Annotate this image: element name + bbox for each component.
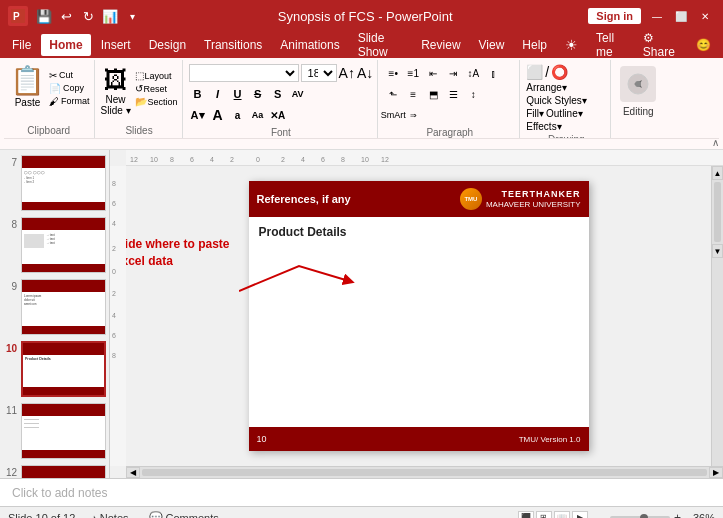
slide-body[interactable]: Product Details: [249, 217, 589, 253]
font-size-select[interactable]: 18: [301, 64, 337, 82]
layout-button[interactable]: ⬚ Layout: [135, 70, 178, 81]
horizontal-scrollbar[interactable]: ◀ ▶: [126, 466, 723, 478]
bullet-list-button[interactable]: ≡•: [384, 64, 402, 82]
menu-animations[interactable]: Animations: [272, 34, 347, 56]
font-name-select[interactable]: [189, 64, 299, 82]
menu-transitions[interactable]: Transitions: [196, 34, 270, 56]
close-button[interactable]: ✕: [695, 8, 715, 24]
underline-button[interactable]: U: [229, 85, 247, 103]
shape-rect-button[interactable]: ⬜: [526, 64, 543, 80]
notes-area[interactable]: Click to add notes: [0, 478, 723, 506]
align-right-button[interactable]: ⬒: [424, 85, 442, 103]
save-icon[interactable]: 💾: [34, 6, 54, 26]
scroll-up-button[interactable]: ▲: [712, 166, 723, 180]
normal-view-button[interactable]: ⬛: [518, 511, 534, 519]
textshadow-button[interactable]: S: [269, 85, 287, 103]
zoom-out-icon[interactable]: —: [594, 511, 606, 519]
notes-tab[interactable]: ♪ Notes: [87, 511, 132, 519]
menu-help[interactable]: Help: [514, 34, 555, 56]
minimize-button[interactable]: —: [647, 8, 667, 24]
shape-outline-button[interactable]: Outline▾: [546, 108, 583, 119]
zoom-in-icon[interactable]: +: [674, 511, 681, 519]
charspacing-button[interactable]: AV: [289, 85, 307, 103]
menu-view[interactable]: View: [471, 34, 513, 56]
scroll-left-button[interactable]: ◀: [126, 467, 140, 478]
fontsize-large-button[interactable]: A: [209, 106, 227, 124]
menu-file[interactable]: File: [4, 34, 39, 56]
undo-icon[interactable]: ↩: [56, 6, 76, 26]
text-direction-button[interactable]: ↕A: [464, 64, 482, 82]
ribbon-collapse-button[interactable]: ∧: [712, 137, 719, 148]
slide-thumb-12[interactable]: 12: [2, 464, 107, 478]
menu-insert[interactable]: Insert: [93, 34, 139, 56]
view-icons: ⬛ ⊞ 📖 ▶: [518, 511, 588, 519]
bold-button[interactable]: B: [189, 85, 207, 103]
section-button[interactable]: 📂 Section: [135, 96, 178, 107]
decrease-indent-button[interactable]: ⇤: [424, 64, 442, 82]
strikethrough-button[interactable]: S: [249, 85, 267, 103]
format-painter-button[interactable]: 🖌 Format: [49, 96, 90, 107]
reset-button[interactable]: ↺ Reset: [135, 83, 178, 94]
svg-text:6: 6: [190, 156, 194, 163]
ruler-vertical: 8 6 4 2 0 2 4 6 8: [110, 166, 126, 466]
paste-button[interactable]: 📋 Paste: [8, 62, 47, 110]
linespacing-button[interactable]: ↕: [464, 85, 482, 103]
align-center-button[interactable]: ≡: [404, 85, 422, 103]
svg-text:2: 2: [112, 245, 116, 252]
title-text: Synopsis of FCS - PowerPoint: [278, 9, 453, 24]
menu-lightbulb[interactable]: ☀: [557, 34, 586, 56]
shape-fill-button[interactable]: Fill▾: [526, 108, 544, 119]
fontsize-small-button[interactable]: a: [229, 106, 247, 124]
shape-line-button[interactable]: /: [545, 64, 549, 80]
slide-thumb-11[interactable]: 11 ———————————————: [2, 402, 107, 460]
svg-text:0: 0: [112, 268, 116, 275]
slide-thumb-9[interactable]: 9 Lorem ipsumdolor sitamet con: [2, 278, 107, 336]
reading-view-button[interactable]: 📖: [554, 511, 570, 519]
menu-share[interactable]: ⚙ Share: [635, 34, 686, 56]
more-icon[interactable]: ▾: [122, 6, 142, 26]
increase-font-button[interactable]: A↑: [339, 65, 355, 81]
scroll-h-thumb[interactable]: [142, 469, 707, 476]
comments-tab[interactable]: 💬 Comments: [145, 510, 223, 518]
menu-emoji[interactable]: 😊: [688, 34, 719, 56]
slide-thumb-10[interactable]: 10 Product Details: [2, 340, 107, 398]
menu-home[interactable]: Home: [41, 34, 90, 56]
vertical-scrollbar[interactable]: ▲ ▼: [711, 166, 723, 466]
scroll-thumb[interactable]: [714, 182, 721, 242]
justify-button[interactable]: ☰: [444, 85, 462, 103]
case-button[interactable]: Aa: [249, 106, 267, 124]
columns-button[interactable]: ⫿: [484, 64, 502, 82]
menu-slideshow[interactable]: Slide Show: [350, 34, 412, 56]
scroll-right-button[interactable]: ▶: [709, 467, 723, 478]
menu-tell-me[interactable]: Tell me: [588, 34, 633, 56]
slide-sorter-button[interactable]: ⊞: [536, 511, 552, 519]
decrease-font-button[interactable]: A↓: [357, 65, 373, 81]
clear-format-button[interactable]: ✕A: [269, 106, 287, 124]
number-list-button[interactable]: ≡1: [404, 64, 422, 82]
annotation-text: Slide where to paste Excel data: [126, 236, 239, 270]
font-color-button[interactable]: A▾: [189, 106, 207, 124]
arrange-button[interactable]: Arrange▾: [526, 82, 567, 93]
slide-editor-main: Slide where to paste Excel data: [126, 166, 711, 466]
sign-in-button[interactable]: Sign in: [588, 8, 641, 24]
restore-button[interactable]: ⬜: [671, 8, 691, 24]
shape-effects-button[interactable]: Effects▾: [526, 121, 561, 132]
smartart-button[interactable]: SmArt: [384, 106, 402, 124]
new-slide-button[interactable]: 🖼 New Slide ▾: [101, 66, 131, 116]
shape-oval-button[interactable]: ⭕: [551, 64, 568, 80]
redo-icon[interactable]: ↻: [78, 6, 98, 26]
convert-button[interactable]: ⇒: [404, 106, 422, 124]
menu-design[interactable]: Design: [141, 34, 194, 56]
scroll-down-button[interactable]: ▼: [712, 244, 723, 258]
slide-thumb-8[interactable]: 8 → text→ text→ text: [2, 216, 107, 274]
cut-button[interactable]: ✂ Cut: [49, 70, 90, 81]
menu-review[interactable]: Review: [413, 34, 468, 56]
increase-indent-button[interactable]: ⇥: [444, 64, 462, 82]
copy-button[interactable]: 📄 Copy: [49, 83, 90, 94]
align-left-button[interactable]: ⬑: [384, 85, 402, 103]
present-icon[interactable]: 📊: [100, 6, 120, 26]
quick-styles-button[interactable]: Quick Styles▾: [526, 95, 587, 106]
slideshow-button[interactable]: ▶: [572, 511, 588, 519]
slide-thumb-7[interactable]: 7 ⬡⬡ ⬡⬡⬡ - Item 1- Item 2: [2, 154, 107, 212]
italic-button[interactable]: I: [209, 85, 227, 103]
